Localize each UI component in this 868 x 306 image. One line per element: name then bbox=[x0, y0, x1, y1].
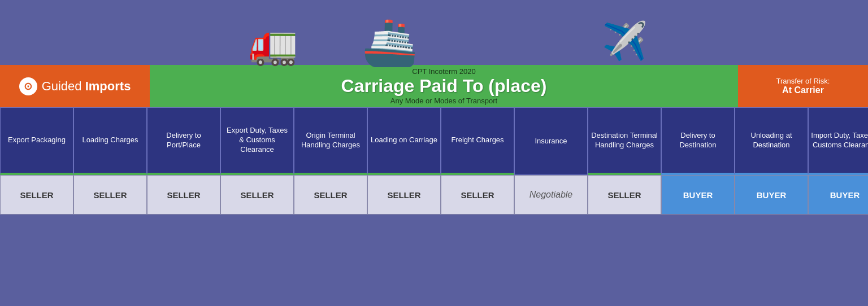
col-header-9: Destination Terminal Handling Charges bbox=[588, 107, 661, 175]
logo-text: Guided Imports bbox=[42, 79, 131, 94]
col-value-9: SELLER bbox=[588, 175, 661, 215]
header-row: ⊙ Guided Imports CPT Incoterm 2020 Carri… bbox=[0, 65, 868, 107]
incoterm-label: CPT Incoterm 2020 bbox=[412, 67, 475, 76]
col-header-4: Export Duty, Taxes & Customs Clearance bbox=[220, 107, 294, 175]
col-value-11: BUYER bbox=[735, 175, 808, 215]
risk-cell: Transfer of Risk: At Carrier bbox=[738, 65, 868, 107]
col-value-2: SELLER bbox=[73, 175, 147, 215]
col-value-3: SELLER bbox=[147, 175, 220, 215]
vehicle-icons-row: 🚛 🚢 ✈️ bbox=[0, 0, 868, 65]
col-header-8: Insurance bbox=[514, 107, 588, 175]
col-value-7: SELLER bbox=[441, 175, 514, 215]
plane-icon: ✈️ bbox=[602, 23, 648, 59]
col-header-3: Delivery to Port/Place bbox=[147, 107, 220, 175]
col-value-8: Negotiable bbox=[514, 175, 588, 215]
col-value-12: BUYER bbox=[808, 175, 868, 215]
incoterm-title: Carriage Paid To (place) bbox=[341, 76, 547, 97]
col-value-10: BUYER bbox=[661, 175, 735, 215]
col-value-5: SELLER bbox=[294, 175, 367, 215]
ship-icon: 🚢 bbox=[362, 20, 418, 65]
values-row: SELLERSELLERSELLERSELLERSELLERSELLERSELL… bbox=[0, 175, 868, 215]
col-header-10: Delivery to Destination bbox=[661, 107, 735, 175]
col-value-6: SELLER bbox=[367, 175, 441, 215]
col-header-1: Export Packaging bbox=[0, 107, 73, 175]
logo-cell: ⊙ Guided Imports bbox=[0, 65, 150, 107]
risk-label: Transfer of Risk: bbox=[776, 77, 830, 85]
col-header-2: Loading Charges bbox=[73, 107, 147, 175]
title-cell: CPT Incoterm 2020 Carriage Paid To (plac… bbox=[150, 65, 738, 107]
col-header-11: Unloading at Destination bbox=[735, 107, 808, 175]
col-header-5: Origin Terminal Handling Charges bbox=[294, 107, 367, 175]
risk-value: At Carrier bbox=[782, 85, 824, 95]
logo-icon: ⊙ bbox=[19, 77, 37, 95]
col-header-12: Import Duty, Taxes & Customs Clearance bbox=[808, 107, 868, 175]
col-header-6: Loading on Carriage bbox=[367, 107, 441, 175]
column-headers-row: Export PackagingLoading ChargesDelivery … bbox=[0, 107, 868, 175]
col-header-7: Freight Charges bbox=[441, 107, 514, 175]
col-value-1: SELLER bbox=[0, 175, 73, 215]
incoterm-subtitle: Any Mode or Modes of Transport bbox=[390, 97, 497, 105]
col-value-4: SELLER bbox=[220, 175, 294, 215]
truck-icon: 🚛 bbox=[249, 24, 298, 64]
